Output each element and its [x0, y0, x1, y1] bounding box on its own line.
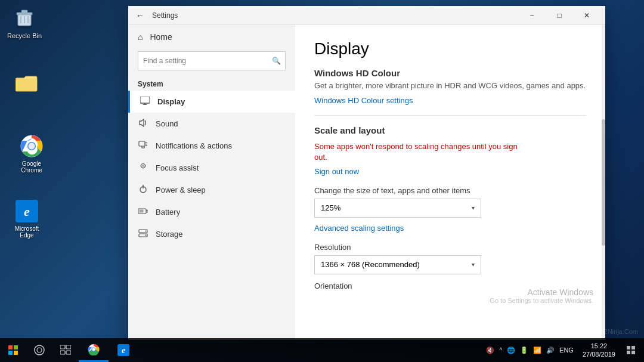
sidebar-item-focus[interactable]: Focus assist — [128, 157, 295, 179]
svg-rect-53 — [631, 351, 635, 354]
svg-rect-50 — [627, 346, 630, 349]
svg-point-47 — [92, 348, 95, 351]
volume-icon[interactable]: 🔊 — [544, 345, 556, 355]
wifi-muted-icon[interactable]: 🔇 — [484, 345, 496, 355]
svg-marker-19 — [140, 119, 144, 126]
scale-label: Change the size of text, apps and other … — [314, 186, 586, 195]
chevron-up-icon[interactable]: ^ — [497, 346, 504, 355]
back-button[interactable]: ← — [133, 8, 147, 23]
resolution-section: Resolution 1366 × 768 (Recommended) ▾ — [314, 243, 586, 274]
svg-rect-16 — [140, 97, 150, 103]
svg-rect-51 — [631, 346, 635, 349]
sidebar-home[interactable]: ⌂ Home — [128, 25, 295, 49]
scale-dropdown[interactable]: 125% ▾ — [314, 199, 481, 218]
scrollbar-track — [602, 25, 605, 340]
hdr-link[interactable]: Windows HD Colour settings — [314, 96, 413, 105]
divider-1 — [314, 115, 586, 116]
settings-window: ← Settings − □ ✕ ⌂ Ho — [128, 6, 605, 340]
network-icon[interactable]: 🌐 — [505, 345, 517, 355]
task-view-button[interactable] — [52, 338, 79, 362]
edge-desktop-icon[interactable]: e MicrosoftEdge — [3, 197, 51, 241]
svg-rect-44 — [66, 351, 71, 354]
svg-text:e: e — [122, 346, 125, 355]
search-box: 🔍 — [138, 51, 286, 70]
notification-center-button[interactable] — [623, 338, 639, 362]
minimize-button[interactable]: − — [518, 6, 546, 25]
recycle-bin-label: Recycle Bin — [7, 32, 42, 39]
clock-time: 27/08/2019 — [583, 350, 615, 358]
hdr-heading: Windows HD Colour — [314, 68, 586, 78]
screen-watermark: M2Ninja.Com — [598, 328, 638, 335]
search-input[interactable] — [138, 51, 286, 70]
scale-dropdown-arrow: ▾ — [472, 205, 475, 211]
advanced-scaling-link[interactable]: Advanced scaling settings — [314, 224, 404, 233]
svg-rect-3 — [21, 10, 27, 13]
svg-point-39 — [35, 345, 44, 355]
home-icon: ⌂ — [138, 32, 143, 42]
taskbar-clock[interactable]: 15:22 27/08/2019 — [578, 342, 620, 359]
scale-heading: Scale and layout — [314, 125, 586, 135]
folder-image — [15, 71, 39, 95]
sign-out-link[interactable]: Sign out now — [314, 167, 359, 176]
chrome-label: GoogleChrome — [21, 160, 42, 174]
recycle-bin-image — [13, 6, 36, 30]
sound-label: Sound — [156, 119, 178, 128]
lang-icon[interactable]: ENG — [558, 345, 575, 355]
sidebar-item-storage[interactable]: Storage — [128, 223, 295, 245]
svg-point-24 — [142, 165, 144, 167]
chrome-desktop-icon[interactable]: GoogleChrome — [8, 132, 55, 176]
battery-tray-icon[interactable]: 🔋 — [518, 345, 530, 355]
maximize-button[interactable]: □ — [546, 6, 573, 25]
svg-point-34 — [145, 235, 147, 236]
notifications-icon — [138, 141, 148, 151]
folder-desktop-icon[interactable] — [3, 69, 51, 100]
focus-label: Focus assist — [156, 163, 199, 172]
page-title: Display — [314, 39, 586, 58]
scrollbar-thumb[interactable] — [602, 119, 605, 245]
content-panel: Display Windows HD Colour Get a brighter… — [295, 25, 605, 340]
resolution-label: Resolution — [314, 243, 586, 252]
scale-value: 125% — [321, 203, 340, 212]
svg-point-33 — [145, 231, 147, 232]
svg-rect-41 — [60, 345, 65, 349]
resolution-dropdown-arrow: ▾ — [472, 261, 475, 268]
storage-label: Storage — [156, 230, 183, 239]
hdr-desc: Get a brighter, more vibrant picture in … — [314, 81, 586, 91]
battery-label: Battery — [156, 208, 180, 216]
sidebar-item-notifications[interactable]: Notifications & actions — [128, 135, 295, 157]
sidebar-item-sound[interactable]: Sound — [128, 113, 295, 135]
taskbar-search-button[interactable] — [26, 338, 52, 362]
title-bar: ← Settings − □ ✕ — [128, 6, 605, 25]
battery-icon — [138, 207, 148, 217]
sidebar-item-power[interactable]: Power & sleep — [128, 179, 295, 201]
display-icon — [140, 97, 150, 107]
power-icon — [138, 185, 148, 195]
taskbar-edge[interactable]: e — [109, 338, 138, 362]
activate-sub: Go to Settings to activate Windows. — [490, 297, 593, 304]
recycle-bin-icon[interactable]: Recycle Bin — [1, 4, 48, 42]
svg-rect-42 — [66, 345, 71, 349]
taskbar-right: 🔇 ^ 🌐 🔋 📶 🔊 ENG 15:22 27/08/2019 — [479, 338, 644, 362]
activate-watermark: Activate Windows Go to Settings to activ… — [490, 287, 593, 304]
close-button[interactable]: ✕ — [573, 6, 600, 25]
settings-body: ⌂ Home 🔍 System Display — [128, 25, 605, 340]
resolution-dropdown[interactable]: 1366 × 768 (Recommended) ▾ — [314, 255, 481, 274]
svg-text:e: e — [24, 204, 30, 219]
power-label: Power & sleep — [156, 185, 206, 194]
edge-image: e — [15, 199, 39, 223]
start-button[interactable] — [0, 338, 26, 362]
svg-rect-37 — [8, 351, 13, 355]
svg-rect-20 — [139, 141, 145, 146]
desktop: Recycle Bin — [0, 0, 644, 362]
warning-text: Some apps won't respond to scaling chang… — [314, 141, 586, 163]
home-label: Home — [150, 32, 172, 42]
sidebar-item-display[interactable]: Display — [128, 91, 295, 113]
focus-icon — [138, 163, 148, 173]
sidebar-item-battery[interactable]: Battery — [128, 201, 295, 223]
wifi-icon[interactable]: 📶 — [531, 345, 543, 355]
svg-rect-30 — [140, 210, 144, 213]
activate-title: Activate Windows — [490, 287, 593, 297]
taskbar-chrome[interactable] — [79, 338, 109, 362]
storage-icon — [138, 229, 148, 239]
taskbar: e 🔇 ^ 🌐 🔋 📶 🔊 ENG 15:22 27/08/2019 — [0, 338, 644, 362]
